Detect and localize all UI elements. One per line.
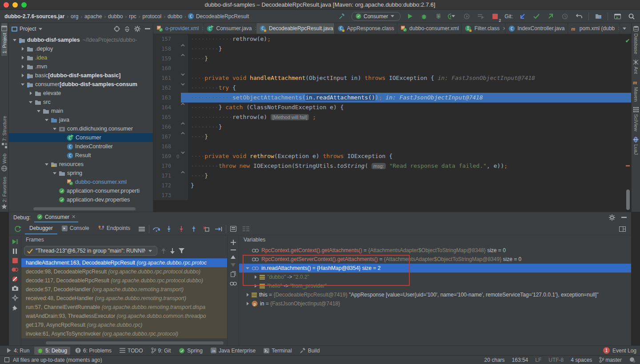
- stack-frame[interactable]: received:48, DecodeHandler (org.apache.d…: [21, 294, 227, 303]
- editor-scrollbar[interactable]: [626, 190, 630, 210]
- close-window-button[interactable]: [4, 2, 9, 8]
- toolwindow-button-git[interactable]: 9: Git: [148, 347, 174, 355]
- breadcrumb-item[interactable]: apache: [84, 13, 103, 20]
- editor-code-line[interactable]: 157············rethrow(e);: [153, 34, 631, 44]
- toolwindow-button-build[interactable]: Build: [297, 347, 323, 355]
- chevron-right-icon[interactable]: [20, 64, 25, 69]
- resume-button[interactable]: [12, 239, 18, 245]
- chevron-right-icon[interactable]: [253, 275, 258, 280]
- editor-code-line[interactable]: 168: [153, 142, 631, 151]
- remove-watch-button[interactable]: [231, 249, 236, 251]
- git-update-button[interactable]: [517, 12, 527, 21]
- stripe-mark[interactable]: [626, 165, 630, 166]
- pause-button[interactable]: [13, 249, 17, 254]
- chevron-right-icon[interactable]: [20, 73, 25, 78]
- step-out-button[interactable]: [188, 224, 199, 234]
- editor-code-line[interactable]: 169@····private void rethrow(Exception e…: [153, 151, 631, 161]
- tool-stripe-database[interactable]: Database: [633, 23, 639, 57]
- editor-tab[interactable]: CDecodeableRpcResult.java✕: [256, 23, 335, 34]
- editor-tab[interactable]: CIndexController.java✕: [505, 23, 568, 34]
- project-tree-item[interactable]: resources: [9, 160, 153, 169]
- editor-code-line[interactable]: 161····private void handleAttachment(Obj…: [153, 73, 631, 83]
- chevron-down-icon[interactable]: [44, 162, 49, 167]
- gear-badge-icon[interactable]: [629, 357, 636, 363]
- toolwindow-button-spring[interactable]: Spring: [176, 347, 206, 355]
- editor-code-line[interactable]: 165············rethrow(e) [Method will f…: [153, 112, 631, 122]
- tool-stripe-ant[interactable]: Ant: [633, 57, 639, 77]
- variable-row[interactable]: "hello" -> "from_provider": [239, 281, 631, 290]
- zoom-window-button[interactable]: [21, 2, 27, 8]
- stack-frame[interactable]: decode:98, DecodeableRpcResult (org.apac…: [21, 267, 227, 276]
- chevron-down-icon[interactable]: [52, 171, 57, 176]
- project-tree-item[interactable]: CConsumer: [9, 133, 153, 142]
- project-tree-item[interactable]: src: [9, 98, 153, 107]
- variable-row[interactable]: pin = {FastJsonObjectInput@7418}: [239, 299, 631, 308]
- project-tree-item[interactable]: spring: [9, 169, 153, 178]
- breadcrumb-item[interactable]: dubbo: [107, 13, 124, 20]
- layout-menu-icon[interactable]: [136, 224, 147, 234]
- editor-tab[interactable]: CConsumer.java✕: [204, 23, 256, 34]
- locate-file-icon[interactable]: [114, 26, 120, 32]
- force-step-into-button[interactable]: [176, 224, 187, 234]
- project-tree-item[interactable]: basic [dubbo-disf-samples-basic]: [9, 71, 153, 80]
- debug-tab-endpoints[interactable]: Endpoints: [94, 223, 135, 234]
- thread-selector[interactable]: "Thread-213"@6,752 in group "main": RUNN…: [24, 246, 157, 256]
- project-tree-item[interactable]: .deploy: [9, 44, 153, 53]
- chevron-right-icon[interactable]: [245, 301, 250, 306]
- stop-button[interactable]: 2: [490, 12, 500, 21]
- inspections-ok-icon[interactable]: ✔: [625, 38, 630, 44]
- move-watch-up-button[interactable]: [231, 255, 236, 259]
- fold-toggle-icon[interactable]: [181, 171, 188, 181]
- variable-row[interactable]: RpcContext.getServerContext().getAttachm…: [239, 255, 631, 264]
- move-watch-down-button[interactable]: [231, 263, 236, 267]
- fold-toggle-icon[interactable]: [181, 122, 188, 132]
- breadcrumb-item[interactable]: rpc: [128, 13, 137, 20]
- debug-button[interactable]: [419, 12, 429, 21]
- variable-row[interactable]: "dubbo" -> "2.0.2": [239, 273, 631, 281]
- project-tree-item[interactable]: dubbo-consumer.xml: [9, 178, 153, 186]
- drop-frame-button[interactable]: [201, 224, 212, 234]
- show-watches-button[interactable]: [230, 281, 237, 286]
- fold-toggle-icon[interactable]: [181, 151, 188, 161]
- collapse-all-icon[interactable]: [124, 26, 130, 32]
- next-frame-icon[interactable]: [170, 248, 175, 254]
- status-widget[interactable]: 4 spaces: [571, 357, 592, 363]
- editor-code-line[interactable]: 160: [153, 63, 631, 73]
- stop-button[interactable]: [12, 258, 18, 263]
- editor-code-line[interactable]: 172}: [153, 181, 631, 190]
- run-configuration-select[interactable]: Consumer: [352, 12, 400, 21]
- tool-stripe-maven[interactable]: mMaven: [633, 77, 639, 104]
- run-to-cursor-button[interactable]: [213, 224, 224, 234]
- horizontal-scrollbar[interactable]: [46, 341, 224, 344]
- variable-row[interactable]: in.readAttachments() = {HashMap@8354} si…: [239, 264, 631, 273]
- step-over-button[interactable]: [151, 224, 162, 234]
- editor-tab[interactable]: o-provider.xml✕: [153, 23, 204, 34]
- variable-row[interactable]: RpcContext.getContext().getAttachments()…: [239, 246, 631, 255]
- thread-dump-camera-button[interactable]: [12, 286, 18, 291]
- editor-tab[interactable]: dubbo-consumer.xml✕: [397, 23, 462, 34]
- toolwindow-button-terminal[interactable]: Terminal: [260, 347, 295, 355]
- status-widget[interactable]: 163:54: [512, 357, 528, 363]
- chevron-right-icon[interactable]: [245, 293, 250, 297]
- project-tree-item[interactable]: com.didichuxing.consumer: [9, 124, 153, 133]
- stack-frame[interactable]: handleAttachment:163, DecodeableRpcResul…: [21, 258, 227, 267]
- debug-session-tab[interactable]: Consumer ✕: [34, 213, 79, 222]
- toolwindow-button-debug[interactable]: 5: Debug: [34, 347, 70, 355]
- editor-code-line[interactable]: 162········try {: [153, 83, 631, 93]
- editor-code-line[interactable]: 166········}: [153, 122, 631, 132]
- editor-code-line[interactable]: 173: [153, 190, 631, 200]
- editor-code-line[interactable]: 158········}: [153, 44, 631, 54]
- editor-tab[interactable]: mpom.xml (dubb✕: [568, 23, 620, 34]
- event-log-button[interactable]: 1 Event Log: [603, 347, 636, 354]
- stack-frame[interactable]: invoke:61, AsyncToSyncInvoker (org.apach…: [21, 329, 227, 338]
- toolwindow-button-javaenterprise[interactable]: JaJava Enterprise: [208, 347, 259, 355]
- stack-frame[interactable]: get:179, AsyncRpcResult (org.apache.dubb…: [21, 320, 227, 329]
- fold-toggle-icon[interactable]: [181, 54, 188, 63]
- editor-code-line[interactable]: 163············setObjectAttachments(in.r…: [153, 93, 631, 103]
- chevron-right-icon[interactable]: [253, 284, 258, 289]
- editor-code-line[interactable]: 164········} catch (ClassNotFoundExcepti…: [153, 103, 631, 112]
- project-tree-item[interactable]: CResult: [9, 151, 153, 160]
- fold-toggle-icon[interactable]: [181, 44, 188, 54]
- project-tree-item[interactable]: dubbo-disf-samples~/IdeaProjects/dubbo-: [9, 36, 153, 44]
- status-widget[interactable]: UTF-8: [548, 357, 564, 363]
